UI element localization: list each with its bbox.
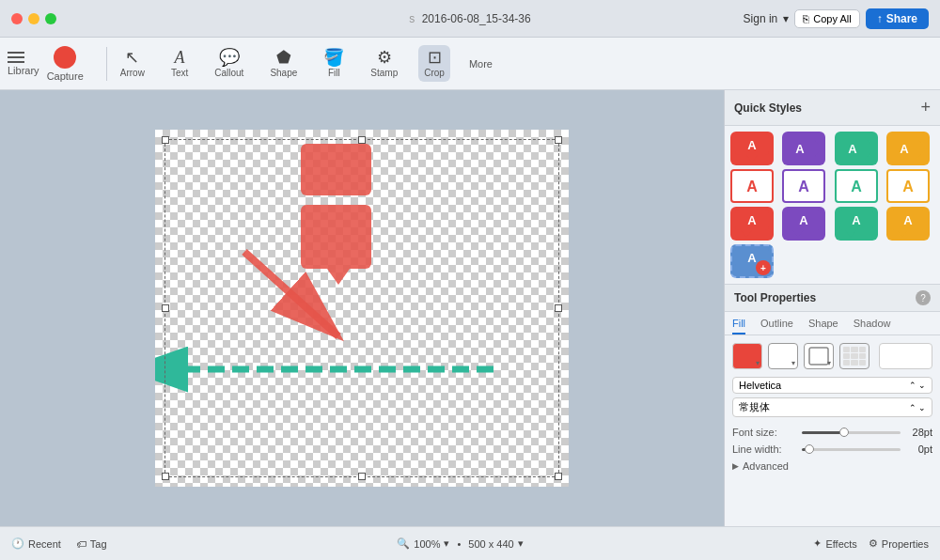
font-style-value: 常規体: [739, 400, 770, 414]
quick-styles-add-button[interactable]: +: [920, 98, 931, 117]
advanced-chevron-icon: ▶: [732, 461, 739, 471]
effects-icon: ✦: [813, 537, 822, 550]
shadow-color-swatch[interactable]: [839, 343, 870, 369]
line-width-slider-handle[interactable]: [805, 444, 814, 454]
canvas-background: [155, 130, 569, 487]
font-style-select[interactable]: 常規体 ⌃⌄: [732, 397, 932, 417]
properties-button[interactable]: ⚙ Properties: [869, 537, 929, 550]
record-icon: [54, 46, 76, 69]
help-button[interactable]: ?: [916, 290, 931, 305]
shape-color-swatch[interactable]: ▾: [804, 343, 834, 369]
maximize-button[interactable]: [45, 13, 56, 24]
zoom-level[interactable]: 100%: [414, 538, 440, 550]
svg-text:A: A: [848, 142, 857, 156]
svg-text:A: A: [903, 213, 913, 227]
line-width-label: Line width:: [732, 443, 796, 455]
quick-styles-grid: A A A A A A A A: [725, 126, 940, 285]
font-size-slider-handle[interactable]: [839, 428, 849, 437]
minimize-button[interactable]: [28, 13, 39, 24]
style-item-yellow-speech[interactable]: A: [886, 207, 930, 241]
tab-fill[interactable]: Fill: [732, 318, 745, 334]
stamp-icon: ⚙: [377, 49, 392, 66]
svg-marker-3: [746, 155, 758, 163]
stamp-tool[interactable]: ⚙ Stamp: [365, 45, 403, 82]
properties-icon: ⚙: [869, 537, 878, 550]
style-item-purple-speech[interactable]: A: [782, 207, 825, 241]
fill-icon: 🪣: [323, 49, 344, 66]
toolbar-tools: ↖ Arrow A Text 💬 Callout ⬟ Shape 🪣 Fill …: [115, 45, 496, 82]
font-size-value: 28pt: [906, 427, 932, 438]
style-item-green-outline[interactable]: A: [835, 169, 878, 203]
crop-tool[interactable]: ⊡ Crop: [418, 45, 450, 82]
style-item-red-outline[interactable]: A: [730, 169, 774, 203]
quick-styles-title: Quick Styles: [734, 101, 802, 115]
advanced-label: Advanced: [743, 460, 789, 472]
outline-swatch-group: ▾: [768, 343, 798, 369]
style-item-custom[interactable]: A+: [730, 244, 774, 278]
font-family-select[interactable]: Helvetica ⌃⌄: [732, 377, 932, 394]
tab-outline[interactable]: Outline: [760, 318, 793, 334]
dimensions-chevron: ▾: [518, 537, 524, 550]
svg-text:A: A: [747, 138, 757, 152]
tag-button[interactable]: 🏷 Tag: [76, 538, 107, 550]
effects-button[interactable]: ✦ Effects: [813, 537, 856, 550]
style-item-yellow-outline[interactable]: A: [886, 169, 930, 203]
svg-text:A: A: [796, 142, 806, 156]
style-item-purple-outline[interactable]: A: [782, 169, 825, 203]
advanced-section[interactable]: ▶ Advanced: [732, 460, 932, 472]
status-bar: 🕐 Recent 🏷 Tag 🔍 100% ▾ • 500 x 440 ▾ ✦ …: [0, 526, 940, 560]
outline-color-swatch[interactable]: ▾: [768, 343, 798, 369]
line-width-slider[interactable]: [802, 448, 901, 451]
shape-tool[interactable]: ⬟ Shape: [264, 45, 303, 82]
share-icon: ↑: [877, 12, 883, 25]
recent-icon: 🕐: [11, 537, 24, 550]
capture-button[interactable]: Capture: [47, 46, 84, 82]
menu-button[interactable]: Library: [8, 52, 39, 76]
copy-all-button[interactable]: ⎘ Copy All: [794, 9, 859, 28]
font-style-chevron: ⌃⌄: [909, 403, 926, 412]
tool-properties-body: ▾ ▾ ▾: [725, 335, 940, 479]
status-right: ✦ Effects ⚙ Properties: [813, 537, 929, 550]
callout-tool[interactable]: 💬 Callout: [209, 45, 249, 82]
style-item-purple-arrow[interactable]: A: [782, 132, 825, 165]
canvas-container[interactable]: [155, 130, 569, 487]
fill-color-swatch[interactable]: ▾: [732, 343, 762, 369]
font-size-label: Font size:: [732, 427, 796, 438]
color-value-box[interactable]: [879, 343, 932, 369]
line-width-value: 0pt: [906, 443, 932, 455]
tab-shape[interactable]: Shape: [808, 318, 838, 334]
svg-marker-16: [741, 230, 752, 238]
toolbar-separator: [106, 47, 107, 81]
more-button[interactable]: More: [465, 54, 496, 73]
svg-text:A: A: [747, 251, 757, 265]
style-item-green-arrow[interactable]: A: [835, 132, 878, 165]
line-width-row: Line width: 0pt: [732, 443, 932, 455]
arrow-tool[interactable]: ↖ Arrow: [115, 45, 150, 82]
fill-tool[interactable]: 🪣 Fill: [318, 45, 350, 82]
svg-text:A: A: [902, 179, 914, 194]
sign-in-link[interactable]: Sign in: [744, 12, 778, 25]
style-item-red-bubble[interactable]: A: [730, 132, 774, 165]
text-tool[interactable]: A Text: [165, 45, 194, 82]
share-button[interactable]: ↑ Share: [866, 8, 929, 29]
svg-text:A: A: [852, 213, 861, 227]
style-item-red-speech[interactable]: A: [730, 207, 774, 241]
svg-text:A: A: [900, 142, 909, 156]
callout-icon: 💬: [219, 49, 240, 66]
tab-shadow[interactable]: Shadow: [854, 318, 891, 334]
arrow-icon: ↖: [125, 49, 139, 66]
svg-marker-25: [897, 230, 908, 238]
svg-marker-22: [845, 230, 856, 238]
svg-text:A: A: [851, 179, 862, 194]
status-left: 🕐 Recent 🏷 Tag: [11, 537, 107, 550]
svg-text:A: A: [798, 179, 809, 194]
style-item-yellow-arrow[interactable]: A: [886, 132, 930, 165]
window-title: s 2016-06-08_15-34-36: [409, 12, 530, 25]
close-button[interactable]: [11, 13, 23, 24]
main-area: Quick Styles + A A A A A A: [0, 90, 940, 526]
recent-button[interactable]: 🕐 Recent: [11, 537, 61, 550]
crop-icon: ⊡: [428, 49, 442, 66]
tool-properties-header: Tool Properties ?: [725, 285, 940, 312]
font-size-slider[interactable]: [802, 431, 901, 434]
style-item-green-speech[interactable]: A: [835, 207, 878, 241]
